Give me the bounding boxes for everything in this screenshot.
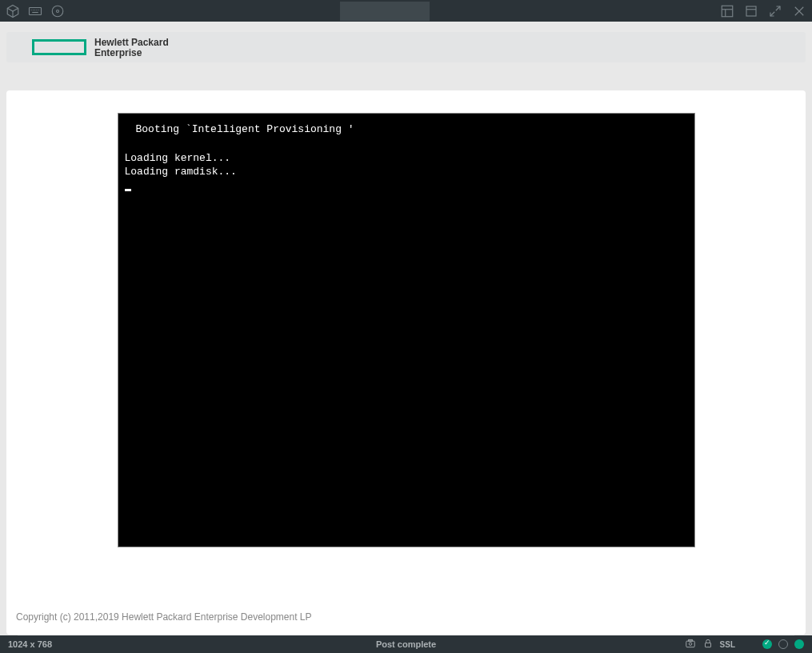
cube-icon[interactable] [4,3,22,19]
svg-line-16 [776,6,780,10]
svg-rect-14 [746,6,756,16]
console-line-kernel: Loading kernel... [125,152,688,165]
svg-line-17 [770,11,774,15]
boot-console: Booting `Intelligent Provisioning ' Load… [118,113,695,547]
svg-rect-22 [688,639,692,641]
svg-rect-23 [705,643,710,647]
toolbar-center-tab [340,2,430,21]
hpe-line2: Enterprise [94,48,169,58]
status-indicator-power [794,639,804,649]
status-resolution: 1024 x 768 [8,639,52,649]
svg-rect-2 [30,7,42,14]
status-indicator-idle [778,639,788,649]
svg-point-9 [52,6,63,17]
hpe-line1: Hewlett Packard [94,38,169,47]
lock-icon [702,638,714,651]
toolbar-right-group [718,3,808,19]
status-right-group: SSL [685,638,804,651]
toolbar-left-group [4,3,66,19]
hpe-header: Hewlett Packard Enterprise [6,32,806,62]
svg-rect-20 [686,641,694,647]
window-icon[interactable] [742,3,760,19]
status-message: Post complete [376,639,436,649]
svg-point-21 [689,643,692,646]
main-panel: Booting `Intelligent Provisioning ' Load… [6,90,806,635]
fullscreen-icon[interactable] [766,3,784,19]
camera-icon[interactable] [685,638,696,651]
top-toolbar [0,0,812,22]
content-area: Booting `Intelligent Provisioning ' Load… [18,113,794,646]
cursor-icon [125,189,131,191]
status-bar: 1024 x 768 Post complete SSL [0,635,812,653]
hpe-logo-icon [32,39,86,55]
ssl-label: SSL [720,640,735,649]
close-icon[interactable] [790,3,808,19]
status-indicator-ok [762,639,772,649]
svg-point-10 [57,10,59,12]
disc-icon[interactable] [49,3,66,19]
hpe-brand-text: Hewlett Packard Enterprise [94,38,169,58]
copyright-text: Copyright (c) 2011,2019 Hewlett Packard … [16,611,312,623]
console-line-ramdisk: Loading ramdisk... [125,166,688,178]
console-cursor-line [125,178,688,191]
console-boot-line: Booting `Intelligent Provisioning ' [125,123,688,136]
svg-rect-11 [722,6,733,17]
keyboard-icon[interactable] [26,3,44,19]
layout-icon[interactable] [718,3,736,19]
